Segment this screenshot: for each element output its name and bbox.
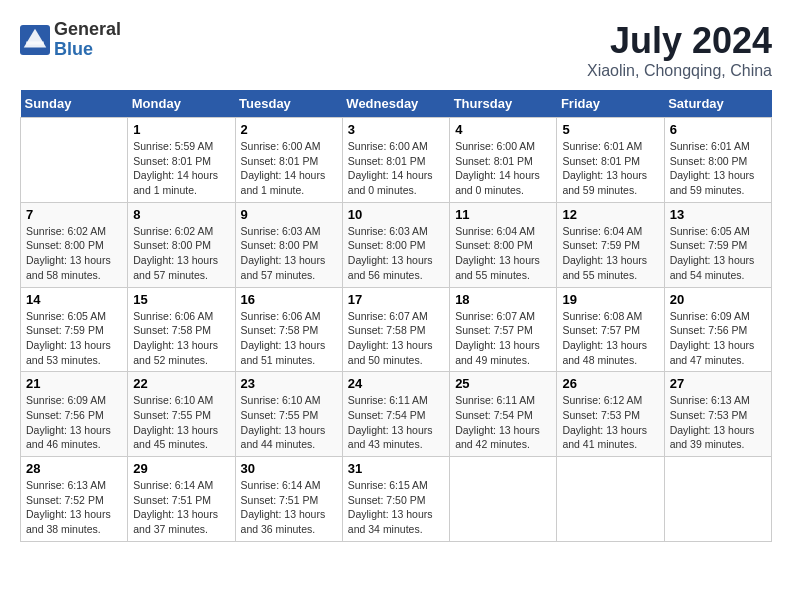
calendar-cell: 11Sunrise: 6:04 AM Sunset: 8:00 PM Dayli…: [450, 202, 557, 287]
day-info: Sunrise: 6:13 AM Sunset: 7:53 PM Dayligh…: [670, 393, 766, 452]
calendar-cell: 12Sunrise: 6:04 AM Sunset: 7:59 PM Dayli…: [557, 202, 664, 287]
calendar-cell: 10Sunrise: 6:03 AM Sunset: 8:00 PM Dayli…: [342, 202, 449, 287]
day-number: 10: [348, 207, 444, 222]
calendar-cell: 31Sunrise: 6:15 AM Sunset: 7:50 PM Dayli…: [342, 457, 449, 542]
logo-blue: Blue: [54, 40, 121, 60]
day-number: 12: [562, 207, 658, 222]
day-number: 7: [26, 207, 122, 222]
calendar-cell: 27Sunrise: 6:13 AM Sunset: 7:53 PM Dayli…: [664, 372, 771, 457]
day-info: Sunrise: 6:14 AM Sunset: 7:51 PM Dayligh…: [133, 478, 229, 537]
calendar-cell: 15Sunrise: 6:06 AM Sunset: 7:58 PM Dayli…: [128, 287, 235, 372]
day-info: Sunrise: 6:10 AM Sunset: 7:55 PM Dayligh…: [241, 393, 337, 452]
day-number: 20: [670, 292, 766, 307]
header-sunday: Sunday: [21, 90, 128, 118]
calendar-cell: 22Sunrise: 6:10 AM Sunset: 7:55 PM Dayli…: [128, 372, 235, 457]
calendar-cell: 7Sunrise: 6:02 AM Sunset: 8:00 PM Daylig…: [21, 202, 128, 287]
day-number: 5: [562, 122, 658, 137]
day-number: 21: [26, 376, 122, 391]
calendar-cell: 20Sunrise: 6:09 AM Sunset: 7:56 PM Dayli…: [664, 287, 771, 372]
day-number: 6: [670, 122, 766, 137]
week-row-2: 7Sunrise: 6:02 AM Sunset: 8:00 PM Daylig…: [21, 202, 772, 287]
day-info: Sunrise: 6:00 AM Sunset: 8:01 PM Dayligh…: [348, 139, 444, 198]
title-area: July 2024 Xiaolin, Chongqing, China: [587, 20, 772, 80]
day-info: Sunrise: 6:05 AM Sunset: 7:59 PM Dayligh…: [670, 224, 766, 283]
calendar-cell: 21Sunrise: 6:09 AM Sunset: 7:56 PM Dayli…: [21, 372, 128, 457]
calendar-cell: 30Sunrise: 6:14 AM Sunset: 7:51 PM Dayli…: [235, 457, 342, 542]
day-number: 24: [348, 376, 444, 391]
day-number: 2: [241, 122, 337, 137]
week-row-5: 28Sunrise: 6:13 AM Sunset: 7:52 PM Dayli…: [21, 457, 772, 542]
day-number: 27: [670, 376, 766, 391]
calendar-table: SundayMondayTuesdayWednesdayThursdayFrid…: [20, 90, 772, 542]
day-number: 22: [133, 376, 229, 391]
calendar-cell: 26Sunrise: 6:12 AM Sunset: 7:53 PM Dayli…: [557, 372, 664, 457]
calendar-cell: 3Sunrise: 6:00 AM Sunset: 8:01 PM Daylig…: [342, 118, 449, 203]
day-info: Sunrise: 6:01 AM Sunset: 8:01 PM Dayligh…: [562, 139, 658, 198]
week-row-3: 14Sunrise: 6:05 AM Sunset: 7:59 PM Dayli…: [21, 287, 772, 372]
day-info: Sunrise: 6:03 AM Sunset: 8:00 PM Dayligh…: [348, 224, 444, 283]
day-number: 3: [348, 122, 444, 137]
logo-icon: [20, 25, 50, 55]
day-info: Sunrise: 6:00 AM Sunset: 8:01 PM Dayligh…: [455, 139, 551, 198]
calendar-cell: 4Sunrise: 6:00 AM Sunset: 8:01 PM Daylig…: [450, 118, 557, 203]
day-info: Sunrise: 6:07 AM Sunset: 7:58 PM Dayligh…: [348, 309, 444, 368]
calendar-cell: 29Sunrise: 6:14 AM Sunset: 7:51 PM Dayli…: [128, 457, 235, 542]
calendar-title: July 2024: [587, 20, 772, 62]
day-number: 8: [133, 207, 229, 222]
day-number: 30: [241, 461, 337, 476]
calendar-cell: 13Sunrise: 6:05 AM Sunset: 7:59 PM Dayli…: [664, 202, 771, 287]
day-info: Sunrise: 6:01 AM Sunset: 8:00 PM Dayligh…: [670, 139, 766, 198]
calendar-subtitle: Xiaolin, Chongqing, China: [587, 62, 772, 80]
day-info: Sunrise: 6:08 AM Sunset: 7:57 PM Dayligh…: [562, 309, 658, 368]
calendar-cell: 24Sunrise: 6:11 AM Sunset: 7:54 PM Dayli…: [342, 372, 449, 457]
day-info: Sunrise: 6:11 AM Sunset: 7:54 PM Dayligh…: [455, 393, 551, 452]
header-tuesday: Tuesday: [235, 90, 342, 118]
logo-general: General: [54, 20, 121, 40]
calendar-cell: 8Sunrise: 6:02 AM Sunset: 8:00 PM Daylig…: [128, 202, 235, 287]
day-number: 17: [348, 292, 444, 307]
day-info: Sunrise: 6:09 AM Sunset: 7:56 PM Dayligh…: [670, 309, 766, 368]
day-info: Sunrise: 6:04 AM Sunset: 8:00 PM Dayligh…: [455, 224, 551, 283]
day-info: Sunrise: 6:05 AM Sunset: 7:59 PM Dayligh…: [26, 309, 122, 368]
day-info: Sunrise: 6:03 AM Sunset: 8:00 PM Dayligh…: [241, 224, 337, 283]
day-info: Sunrise: 6:06 AM Sunset: 7:58 PM Dayligh…: [241, 309, 337, 368]
day-info: Sunrise: 6:11 AM Sunset: 7:54 PM Dayligh…: [348, 393, 444, 452]
day-info: Sunrise: 6:14 AM Sunset: 7:51 PM Dayligh…: [241, 478, 337, 537]
header-saturday: Saturday: [664, 90, 771, 118]
day-number: 18: [455, 292, 551, 307]
calendar-cell: [450, 457, 557, 542]
day-number: 11: [455, 207, 551, 222]
day-number: 28: [26, 461, 122, 476]
calendar-cell: 6Sunrise: 6:01 AM Sunset: 8:00 PM Daylig…: [664, 118, 771, 203]
day-info: Sunrise: 6:15 AM Sunset: 7:50 PM Dayligh…: [348, 478, 444, 537]
day-info: Sunrise: 6:04 AM Sunset: 7:59 PM Dayligh…: [562, 224, 658, 283]
calendar-cell: 16Sunrise: 6:06 AM Sunset: 7:58 PM Dayli…: [235, 287, 342, 372]
header-thursday: Thursday: [450, 90, 557, 118]
calendar-cell: 17Sunrise: 6:07 AM Sunset: 7:58 PM Dayli…: [342, 287, 449, 372]
calendar-cell: [664, 457, 771, 542]
day-info: Sunrise: 6:13 AM Sunset: 7:52 PM Dayligh…: [26, 478, 122, 537]
calendar-cell: 1Sunrise: 5:59 AM Sunset: 8:01 PM Daylig…: [128, 118, 235, 203]
calendar-cell: 5Sunrise: 6:01 AM Sunset: 8:01 PM Daylig…: [557, 118, 664, 203]
day-number: 9: [241, 207, 337, 222]
logo-text: General Blue: [54, 20, 121, 60]
day-number: 25: [455, 376, 551, 391]
page-header: General Blue July 2024 Xiaolin, Chongqin…: [20, 20, 772, 80]
day-info: Sunrise: 6:00 AM Sunset: 8:01 PM Dayligh…: [241, 139, 337, 198]
day-number: 31: [348, 461, 444, 476]
day-info: Sunrise: 6:09 AM Sunset: 7:56 PM Dayligh…: [26, 393, 122, 452]
day-number: 13: [670, 207, 766, 222]
week-row-4: 21Sunrise: 6:09 AM Sunset: 7:56 PM Dayli…: [21, 372, 772, 457]
calendar-cell: 9Sunrise: 6:03 AM Sunset: 8:00 PM Daylig…: [235, 202, 342, 287]
day-info: Sunrise: 6:12 AM Sunset: 7:53 PM Dayligh…: [562, 393, 658, 452]
day-info: Sunrise: 6:10 AM Sunset: 7:55 PM Dayligh…: [133, 393, 229, 452]
day-info: Sunrise: 5:59 AM Sunset: 8:01 PM Dayligh…: [133, 139, 229, 198]
day-info: Sunrise: 6:06 AM Sunset: 7:58 PM Dayligh…: [133, 309, 229, 368]
header-wednesday: Wednesday: [342, 90, 449, 118]
header-monday: Monday: [128, 90, 235, 118]
calendar-cell: 19Sunrise: 6:08 AM Sunset: 7:57 PM Dayli…: [557, 287, 664, 372]
day-number: 23: [241, 376, 337, 391]
logo: General Blue: [20, 20, 121, 60]
day-number: 15: [133, 292, 229, 307]
calendar-cell: 2Sunrise: 6:00 AM Sunset: 8:01 PM Daylig…: [235, 118, 342, 203]
